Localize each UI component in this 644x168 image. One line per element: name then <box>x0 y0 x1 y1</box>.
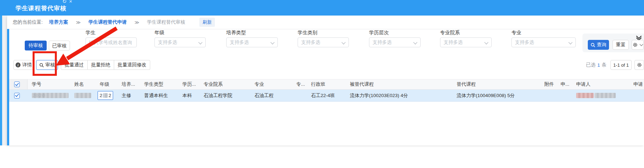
grade-focused-cell[interactable]: 2 2 <box>98 91 113 100</box>
filter-field-student-category: 学生类别支持多选 <box>298 30 349 47</box>
censored-applicant-name <box>576 93 594 98</box>
column-header-14[interactable]: 申... <box>556 79 572 89</box>
breadcrumb-link-training-plan[interactable]: 培养方案 <box>49 19 68 25</box>
filter-field-training-type: 培养类型支持多选 <box>226 30 278 47</box>
reset-button[interactable]: 重置 <box>613 40 629 50</box>
column-header-2[interactable]: 姓名 <box>70 79 95 89</box>
filter-select-department[interactable]: 支持多选 <box>440 37 492 47</box>
breadcrumb-link-substitution-apply[interactable]: 学生课程替代申请 <box>88 19 127 25</box>
cell-major: 石油工程 <box>250 90 292 101</box>
cell-substitute-course: 流体力学(100409E008) 5分 <box>452 90 540 101</box>
select-placeholder: 支持多选 <box>444 39 463 46</box>
select-all-cell <box>9 79 28 89</box>
cell-replaced-course: 流体力学(100203E023) 4分 <box>346 90 452 101</box>
chevron-down-icon <box>640 43 643 46</box>
filter-input-student[interactable] <box>86 37 137 47</box>
close-icon[interactable]: × <box>69 0 72 5</box>
pagination-button[interactable]: 1-1 of 1 <box>610 60 632 70</box>
column-header-6[interactable]: 学历... <box>178 79 199 89</box>
batch-button-group: 批量通过 批量拒绝 批量退回修改 <box>61 60 150 70</box>
filter-select-student-category[interactable]: 支持多选 <box>298 37 349 47</box>
audit-magnifier-icon <box>39 63 44 67</box>
filter-select-degree-level[interactable]: 支持多选 <box>369 37 421 47</box>
search-button[interactable]: 查询 <box>588 40 609 50</box>
column-header-1[interactable]: 学号 <box>28 79 70 89</box>
filter-select-major[interactable]: 支持多选 <box>511 37 576 47</box>
collapse-filters-icon[interactable] <box>636 34 641 40</box>
column-header-5[interactable]: 学生类型 <box>140 79 178 89</box>
search-icon <box>591 43 595 47</box>
chevron-down-icon <box>270 40 274 44</box>
selection-count: 已选 1 条 <box>561 60 607 70</box>
batch-reject-button[interactable]: 批量拒绝 <box>88 60 114 70</box>
column-header-9[interactable]: 专... <box>292 79 307 89</box>
table-row[interactable]: 2020 2 2 主修 普通本科生 本科 石油工程学院 石油工程 石工22-4班… <box>9 90 644 102</box>
chevron-down-icon <box>568 40 572 44</box>
table-header-row: 学号姓名年级培养...学生类型学历...专业院系专业专...行政班被替代课程替代… <box>9 79 644 90</box>
batch-approve-button[interactable]: 批量通过 <box>61 60 88 70</box>
gear-icon <box>637 62 642 67</box>
column-header-10[interactable]: 行政班 <box>307 79 346 89</box>
breadcrumb-prefix: 您的当前位置: <box>13 19 43 25</box>
filter-label-department: 专业院系 <box>440 30 492 37</box>
column-header-13[interactable]: 附件 <box>540 79 556 89</box>
filter-label-student: 学生 <box>86 30 137 37</box>
cell-applicant <box>572 90 629 101</box>
select-placeholder: 支持多选 <box>158 39 177 46</box>
cell-training-type: 主修 <box>117 90 140 101</box>
cell-apply-time <box>629 90 644 101</box>
window-header: ↻ × 学生课程替代审核 <box>0 0 644 16</box>
filter-field-grade: 年级支持多选 <box>154 30 206 47</box>
select-placeholder: 支持多选 <box>373 39 392 46</box>
cell-attachment <box>540 90 556 101</box>
audit-button[interactable]: 审核 <box>36 60 58 70</box>
page-title: 学生课程替代审核 <box>16 4 66 12</box>
column-header-15[interactable]: 申请人 <box>572 79 629 89</box>
chevron-down-icon <box>484 40 488 44</box>
column-header-7[interactable]: 专业院系 <box>199 79 250 89</box>
cell-name <box>70 90 95 101</box>
refresh-button[interactable]: 刷新 <box>199 18 215 27</box>
column-header-8[interactable]: 专业 <box>250 79 292 89</box>
row-checkbox[interactable] <box>14 93 20 98</box>
column-header-4[interactable]: 培养... <box>117 79 140 89</box>
panel-content: 待审核 已审核 学生年级支持多选培养类型支持多选学生类别支持多选学历层次支持多选… <box>9 29 644 145</box>
main-panel: 您的当前位置: 培养方案 ≫ 学生课程替代申请 ≫ 学生课程替代审核 刷新 待审… <box>7 16 644 145</box>
column-header-12[interactable]: 替代课程 <box>452 79 540 89</box>
cell-student-id: 2020 <box>28 90 70 101</box>
filter-select-training-type[interactable]: 支持多选 <box>226 37 278 47</box>
chevron-down-icon <box>413 40 417 44</box>
selected-count-value: 1 <box>597 62 600 68</box>
breadcrumb-separator-icon: ≫ <box>134 20 139 25</box>
breadcrumb-separator-icon: ≫ <box>76 20 81 25</box>
column-header-11[interactable]: 被替代课程 <box>346 79 452 89</box>
chevron-down-icon <box>341 40 345 44</box>
filter-settings-button[interactable] <box>632 40 644 50</box>
column-header-16[interactable]: 申请 <box>629 79 644 89</box>
censored-name <box>74 93 91 98</box>
filter-field-degree-level: 学历层次支持多选 <box>369 30 421 47</box>
column-header-3[interactable]: 年级 <box>95 79 117 89</box>
filter-select-grade[interactable]: 支持多选 <box>154 37 206 47</box>
cell-grade: 2 2 <box>95 90 117 101</box>
filter-field-department: 专业院系支持多选 <box>440 30 492 47</box>
filter-label-degree-level: 学历层次 <box>369 30 421 37</box>
cell-admin-class: 石工22-4班 <box>307 90 346 101</box>
info-icon: i <box>16 62 21 67</box>
table-settings-button[interactable] <box>634 60 644 70</box>
select-all-checkbox[interactable] <box>14 82 20 87</box>
batch-return-button[interactable]: 批量退回修改 <box>114 60 150 70</box>
select-placeholder: 支持多选 <box>301 39 320 46</box>
breadcrumb-current: 学生课程替代审核 <box>147 19 185 25</box>
censored-grade-digits <box>103 93 108 98</box>
left-page-gap <box>2 16 7 145</box>
cell-degree-level: 本科 <box>178 90 199 101</box>
censored-applicant-id <box>595 93 616 98</box>
detail-button[interactable]: i 详情 <box>13 60 34 70</box>
filter-label-training-type: 培养类型 <box>226 30 278 37</box>
tab-pending-review[interactable]: 待审核 <box>25 41 47 50</box>
chevron-down-icon <box>198 40 202 44</box>
select-placeholder: 支持多选 <box>515 39 534 46</box>
cell-major-direction <box>292 90 307 101</box>
tab-reviewed[interactable]: 已审核 <box>49 41 70 50</box>
